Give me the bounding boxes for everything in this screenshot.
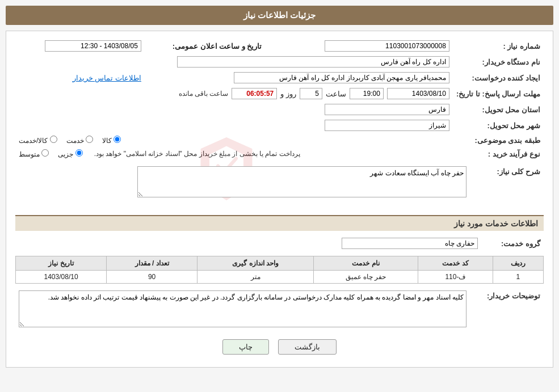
announce-input[interactable] [45,40,141,52]
day-input[interactable] [300,88,322,99]
cat-kala-radio[interactable] [114,136,121,143]
proc-mutawasset-radio[interactable] [41,149,49,157]
buyer-org-label: نام دستگاه خریدار: [453,54,544,70]
buyer-org-input[interactable] [177,56,449,68]
need-desc-textarea[interactable]: حفر چاه آب ایستگاه سعادت شهر [137,166,466,197]
announce-label: تاریخ و ساعت اعلان عمومی: [145,38,266,54]
province-input[interactable] [325,104,449,115]
remain-label: ساعت باقی مانده [179,90,229,98]
buttons-row: بازگشت چاپ [15,339,544,360]
col-header-row: ردیف [493,256,543,271]
proc-juzii-radio[interactable] [75,149,83,157]
back-button[interactable]: بازگشت [278,339,337,355]
need-desc-label: شرح کلی نیاز: [470,164,544,201]
send-date-label: مهلت ارسال پاسخ: تا تاریخ: [453,86,544,102]
page-title: جزئیات اطلاعات نیاز [6,6,553,25]
row-num: 1 [493,271,543,284]
city-input[interactable] [325,120,449,131]
cat-kala-khidmat-label: کالا/خدمت [19,136,57,145]
col-header-qty: تعداد / مقدار [107,256,197,271]
requester-input[interactable] [234,72,449,83]
time-input[interactable] [350,88,384,99]
requester-label: ایجاد کننده درخواست: [453,70,544,86]
proc-notice: پرداخت تمام یا بخشی از مبلغ خریداز محل "… [94,150,300,158]
col-header-name: نام خدمت [313,256,418,271]
province-label: استان محل تحویل: [453,102,544,117]
need-number-label: شماره نیاز : [453,38,544,54]
row-date: 1403/08/10 [16,271,107,284]
col-header-unit: واحد اندازه گیری [197,256,314,271]
buyer-notes-label: توضیحات خریدار: [470,288,544,331]
cat-kala-khidmat-radio[interactable] [50,136,57,143]
col-header-date: تاریخ نیاز [16,256,107,271]
buyer-notes-textarea[interactable]: کلیه اسناد مهر و امضا گردیده به همراه کل… [19,290,466,327]
category-label: طبقه بندی موضوعی: [453,133,544,147]
proc-juzii-label: جزیی [58,149,82,158]
need-number-input[interactable] [325,40,449,52]
proc-type-label: نوع فرآیند خرید : [453,147,544,161]
remain-time-input[interactable] [232,88,277,99]
service-group-input[interactable] [342,238,478,249]
cat-kala-label: کالا [102,136,121,145]
day-label: روز و [280,90,296,98]
row-qty: 90 [107,271,197,284]
proc-mutawasset-label: متوسط [19,149,49,158]
print-button[interactable]: چاپ [222,339,269,355]
row-unit: متر [197,271,314,284]
table-row: 1 ف-110 حفر چاه عمیق متر 90 1403/08/10 [16,271,544,284]
contact-info-link[interactable]: اطلاعات تماس خریدار [73,74,141,82]
col-header-code: کد خدمت [418,256,493,271]
cat-khidmat-radio[interactable] [86,136,93,143]
time-label: ساعت [326,90,346,98]
services-table: ردیف کد خدمت نام خدمت واحد اندازه گیری ت… [15,256,544,284]
city-label: شهر محل تحویل: [453,117,544,133]
cat-khidmat-label: خدمت [66,136,93,145]
row-code: ف-110 [418,271,493,284]
row-name: حفر چاه عمیق [313,271,418,284]
services-section-title: اطلاعات خدمات مورد نیاز [15,215,544,231]
send-date-input[interactable] [387,88,449,99]
service-group-label: گروه خدمت: [481,235,544,251]
